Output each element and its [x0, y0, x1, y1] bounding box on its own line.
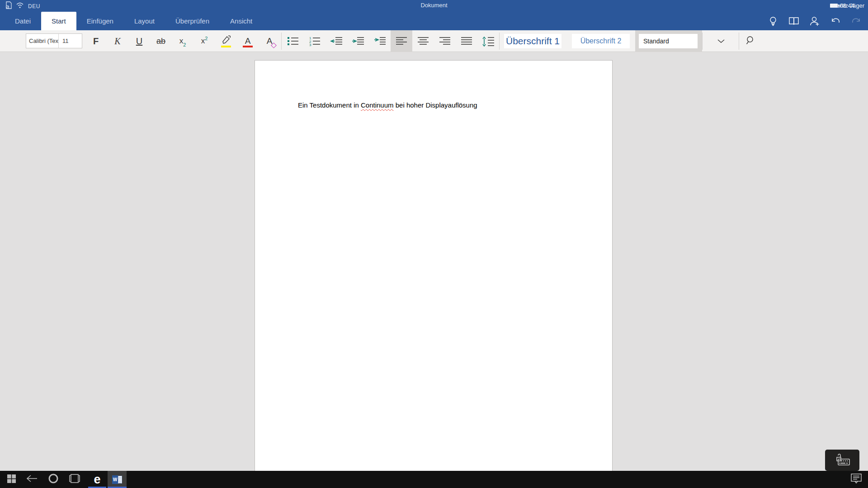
back-arrow-icon — [27, 475, 38, 484]
highlight-color-swatch — [221, 46, 231, 47]
align-right-button[interactable] — [434, 30, 456, 52]
line-spacing-button[interactable] — [477, 30, 499, 52]
undo-icon[interactable] — [829, 15, 842, 28]
align-center-button[interactable] — [412, 30, 434, 52]
edge-icon: e — [94, 473, 100, 487]
ribbon-divider — [739, 33, 739, 50]
superscript-button[interactable]: x2 — [193, 30, 215, 52]
action-center-button[interactable] — [848, 471, 864, 488]
styles-expand-button[interactable] — [703, 30, 739, 52]
justify-button[interactable] — [456, 30, 477, 52]
highlight-button[interactable] — [215, 30, 237, 52]
misspelled-word[interactable]: Continuum — [361, 101, 394, 109]
align-left-button[interactable] — [391, 30, 412, 52]
ribbon-tab-bar: Datei Start Einfügen Layout Überprüfen A… — [0, 12, 868, 30]
increase-indent-button[interactable] — [347, 30, 369, 52]
document-page[interactable]: Ein Testdokument in Continuum bei hoher … — [255, 60, 613, 485]
ribbon-divider — [281, 33, 282, 50]
edge-button[interactable]: e — [87, 471, 108, 488]
read-mode-book-icon[interactable] — [788, 15, 800, 28]
ribbon: Calibri (Textk 11 F K U ab x2 x2 A — [0, 30, 868, 52]
comment-bubble-icon — [851, 474, 862, 485]
quick-actions — [767, 15, 863, 28]
user-area: 08:44 Moritz Jäger — [806, 2, 864, 10]
font-color-swatch — [243, 46, 253, 47]
task-view-icon — [69, 474, 80, 485]
ribbon-divider — [702, 33, 703, 50]
font-controls: Calibri (Textk 11 — [26, 33, 82, 48]
strikethrough-button[interactable]: ab — [150, 30, 172, 52]
document-title: Dokument — [0, 2, 868, 9]
font-color-button[interactable]: A — [237, 30, 259, 52]
tab-einfuegen[interactable]: Einfügen — [76, 12, 124, 30]
find-button[interactable] — [740, 30, 761, 52]
bold-button[interactable]: F — [85, 30, 107, 52]
decrease-indent-button[interactable] — [326, 30, 347, 52]
redo-icon[interactable] — [850, 15, 863, 28]
numbered-list-button[interactable]: 123 — [304, 30, 326, 52]
text-effects-button[interactable]: A — [259, 30, 280, 52]
font-format-group: F K U ab x2 x2 A A — [85, 30, 280, 52]
chevron-down-icon — [717, 37, 725, 45]
keyboard-lock-icon — [835, 454, 850, 467]
start-button[interactable] — [3, 471, 20, 488]
subscript-button[interactable]: x2 — [172, 30, 193, 52]
tab-start[interactable]: Start — [41, 12, 76, 30]
word-mobile-app: DEU Dokument 08:44 Moritz Jäger Datei St… — [0, 0, 868, 488]
task-view-button[interactable] — [65, 471, 84, 488]
document-canvas: Ein Testdokument in Continuum bei hoher … — [0, 52, 868, 471]
tell-me-lightbulb-icon[interactable] — [767, 15, 779, 28]
search-icon — [746, 36, 755, 47]
tab-ansicht[interactable]: Ansicht — [220, 12, 263, 30]
svg-text:3: 3 — [309, 43, 311, 46]
ribbon-divider — [499, 33, 500, 50]
touch-keyboard-button[interactable] — [825, 450, 859, 471]
paragraph-text[interactable]: Ein Testdokument in Continuum bei hoher … — [298, 101, 477, 109]
paragraph-group: 123 — [282, 30, 499, 52]
user-name[interactable]: Moritz Jäger — [832, 2, 864, 9]
titlebar: DEU Dokument 08:44 Moritz Jäger — [0, 0, 868, 12]
windows-logo-icon — [7, 474, 16, 485]
share-person-icon[interactable] — [808, 15, 821, 28]
style-heading2[interactable]: Überschrift 2 — [572, 34, 630, 48]
cortana-circle-icon — [48, 474, 58, 485]
font-name-input[interactable]: Calibri (Textk — [26, 34, 59, 48]
tab-ueberpruefen[interactable]: Überprüfen — [165, 12, 220, 30]
font-size-input[interactable]: 11 — [59, 34, 82, 48]
style-standard[interactable]: Standard — [639, 34, 698, 48]
tab-datei[interactable]: Datei — [5, 12, 41, 30]
word-icon: W — [112, 475, 122, 484]
underline-button[interactable]: U — [128, 30, 150, 52]
word-button[interactable]: W — [108, 471, 127, 488]
tab-layout[interactable]: Layout — [124, 12, 165, 30]
back-button[interactable] — [24, 471, 41, 488]
style-heading1[interactable]: Überschrift 1 — [504, 34, 561, 48]
special-indent-button[interactable] — [369, 30, 391, 52]
taskbar: e W — [0, 471, 868, 488]
cortana-button[interactable] — [44, 471, 62, 488]
bullet-list-button[interactable] — [282, 30, 304, 52]
italic-button[interactable]: K — [107, 30, 128, 52]
